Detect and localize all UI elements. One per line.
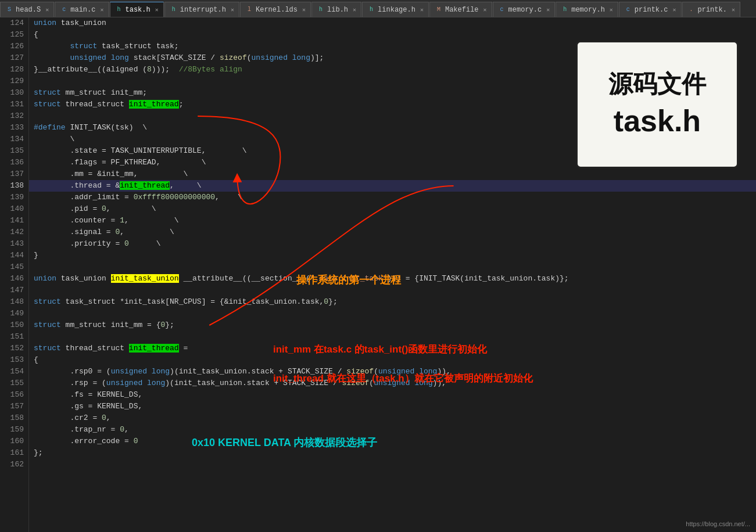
tab-close[interactable]: ✕	[100, 6, 103, 13]
annotation-title-en: task.h	[614, 103, 701, 138]
line-num: 146	[0, 273, 24, 285]
code-line-125: {	[29, 29, 756, 41]
tab-icon: h	[170, 6, 178, 14]
code-line-152: struct thread_struct init_thread =	[29, 343, 756, 354]
tab-icon: l	[245, 6, 253, 14]
tab-close[interactable]: ✕	[610, 6, 613, 13]
code-line-155: .rsp = (unsigned long)(init_task_union.s…	[29, 378, 756, 389]
line-num: 152	[0, 343, 24, 354]
tab-close[interactable]: ✕	[546, 6, 550, 13]
line-num: 149	[0, 308, 24, 319]
tab-close[interactable]: ✕	[353, 6, 356, 13]
tab-memory-h[interactable]: h memory.h ✕	[556, 2, 618, 17]
line-num: 147	[0, 285, 24, 296]
code-line-142: .signal = 0, \	[29, 227, 756, 238]
code-line-139: .addr_limit = 0xffff800000000000, \	[29, 192, 756, 203]
line-num: 155	[0, 378, 24, 389]
line-num: 136	[0, 157, 24, 168]
code-line-149	[29, 308, 756, 319]
line-num: 154	[0, 366, 24, 378]
line-num: 128	[0, 64, 24, 76]
line-num: 137	[0, 168, 24, 180]
line-num: 150	[0, 319, 24, 331]
annotation-box: 源码文件 task.h	[576, 41, 739, 168]
line-num: 159	[0, 424, 24, 436]
code-line-157: .gs = KERNEL_DS,	[29, 401, 756, 412]
tab-lib-h[interactable]: h lib.h ✕	[311, 2, 361, 17]
tab-close[interactable]: ✕	[155, 6, 159, 13]
code-line-159: .trap_nr = 0,	[29, 424, 756, 436]
code-line-141: .counter = 1, \	[29, 215, 756, 227]
tab-icon: c	[498, 6, 506, 14]
line-num: 129	[0, 76, 24, 87]
tab-close[interactable]: ✕	[45, 6, 49, 13]
tab-icon: c	[60, 6, 68, 14]
code-line-145	[29, 261, 756, 273]
tab-label: printk.c	[635, 6, 668, 14]
tab-close[interactable]: ✕	[483, 6, 487, 13]
line-num: 135	[0, 145, 24, 157]
line-num: 162	[0, 459, 24, 470]
tab-label: main.c	[70, 6, 95, 14]
line-num: 148	[0, 296, 24, 308]
line-num: 143	[0, 238, 24, 250]
tab-close[interactable]: ✕	[420, 6, 424, 13]
tab-label: head.S	[16, 6, 41, 14]
tab-label: memory.h	[571, 6, 605, 14]
code-line-148: struct task_struct *init_task[NR_CPUS] =…	[29, 296, 756, 308]
tab-label: interrupt.h	[180, 6, 226, 14]
app-window: S head.S ✕ c main.c ✕ h task.h ✕ h inter…	[0, 0, 756, 532]
code-line-160: .error_code = 0	[29, 436, 756, 447]
code-area: 124 125 126 127 128 129 130 131 132 133 …	[0, 17, 756, 532]
tab-icon: h	[317, 6, 325, 14]
watermark: https://blog.csdn.net/...	[686, 520, 750, 527]
tab-task-h[interactable]: h task.h ✕	[110, 2, 164, 17]
tab-head-s[interactable]: S head.S ✕	[0, 2, 54, 17]
line-numbers: 124 125 126 127 128 129 130 131 132 133 …	[0, 17, 29, 532]
line-num: 126	[0, 41, 24, 52]
line-num: 157	[0, 401, 24, 412]
line-num: 125	[0, 29, 24, 41]
tab-close[interactable]: ✕	[672, 6, 676, 13]
tab-makefile[interactable]: M Makefile ✕	[429, 2, 492, 17]
tab-main-c[interactable]: c main.c ✕	[55, 2, 109, 17]
line-num: 142	[0, 227, 24, 238]
line-num: 160	[0, 436, 24, 447]
code-line-140: .pid = 0, \	[29, 203, 756, 215]
tab-label: linkage.h	[378, 6, 415, 14]
tab-label: memory.c	[508, 6, 542, 14]
line-num: 145	[0, 261, 24, 273]
tab-icon: S	[5, 6, 13, 14]
tab-icon: h	[115, 6, 123, 14]
tab-memory-c[interactable]: c memory.c ✕	[493, 2, 556, 17]
code-line-153: {	[29, 354, 756, 366]
line-num: 161	[0, 447, 24, 459]
code-line-146: union task_union init_task_union __attri…	[29, 273, 756, 285]
tab-label: lib.h	[327, 6, 348, 14]
tab-label: Kernel.lds	[256, 6, 298, 14]
code-line-137: .mm = &init_mm, \	[29, 168, 756, 180]
tab-close[interactable]: ✕	[732, 6, 735, 13]
code-line-154: .rsp0 = (unsigned long)(init_task_union.…	[29, 366, 756, 378]
code-line-156: .fs = KERNEL_DS,	[29, 389, 756, 401]
code-line-162	[29, 459, 756, 470]
tab-linkage-h[interactable]: h linkage.h ✕	[362, 2, 429, 17]
line-num: 131	[0, 99, 24, 110]
line-num: 127	[0, 52, 24, 64]
tab-icon: M	[435, 6, 443, 14]
tab-close[interactable]: ✕	[231, 6, 234, 13]
tab-printk-dot[interactable]: . printk. ✕	[682, 2, 740, 17]
code-line-158: .cr2 = 0,	[29, 412, 756, 424]
code-line-138: .thread = &init_thread, \	[29, 180, 756, 192]
tab-kernel-lds[interactable]: l Kernel.lds ✕	[240, 2, 311, 17]
code-line-147	[29, 285, 756, 296]
tab-printk-c[interactable]: c printk.c ✕	[619, 2, 682, 17]
code-line-124: union task_union	[29, 17, 756, 29]
tab-interrupt-h[interactable]: h interrupt.h ✕	[164, 2, 239, 17]
code-line-143: .priority = 0 \	[29, 238, 756, 250]
tab-icon: h	[561, 6, 569, 14]
tab-close[interactable]: ✕	[302, 6, 306, 13]
tab-label: task.h	[126, 6, 151, 14]
annotation-title-cn: 源码文件	[608, 71, 706, 98]
code-content: union task_union { struct task_struct ta…	[29, 17, 756, 532]
